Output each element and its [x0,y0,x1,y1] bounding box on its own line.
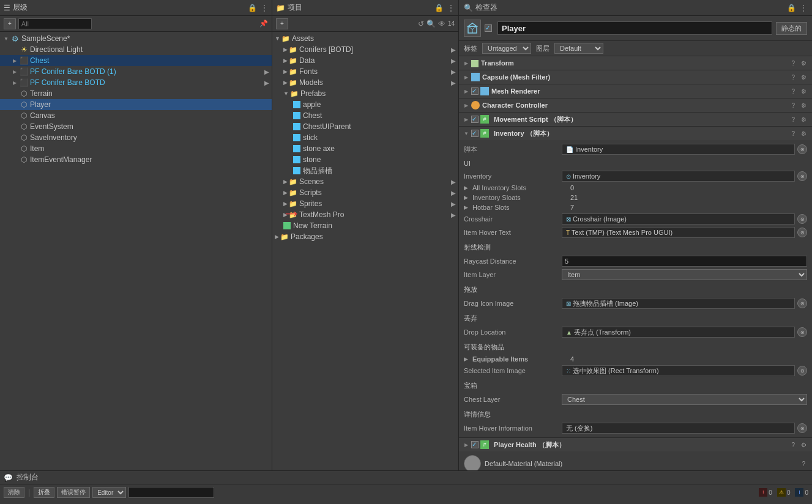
item-layer-dropdown[interactable]: Item [562,269,807,280]
all-inventory-slots-row[interactable]: ▶ All Inventory Slots 0 [464,183,807,193]
inventory-sloats-row[interactable]: ▶ Inventory Sloats 21 [464,193,807,202]
project-item-scenes[interactable]: ▶ 📁 Scenes ▶ [272,176,458,187]
script-circle-button[interactable]: ⊙ [797,144,807,154]
hierarchy-item-canvas[interactable]: ⬡ Canvas [0,110,272,121]
item-hover-info-circle-button[interactable]: ⊙ [797,423,807,433]
hierarchy-item-pf-conifer[interactable]: ▶ ⬛ PF Conifer Bare BOTD ▶ [0,77,272,88]
help-icon[interactable]: ? [789,102,797,109]
inventory-ref[interactable]: ⊙ Inventory [562,171,795,182]
project-item-data[interactable]: ▶ 📁 Data ▶ [272,55,458,66]
collapse-button[interactable]: 折叠 [34,487,54,498]
item-hover-text-circle-button[interactable]: ⊙ [797,228,807,237]
help-icon[interactable]: ? [789,130,797,138]
hierarchy-item-pf-conifer-1[interactable]: ▶ ⬛ PF Conifer Bare BOTD (1) ▶ [0,66,272,77]
component-capsule-header[interactable]: ▶ Capsule (Mesh Filter) ? ⚙ [459,70,812,84]
script-ref[interactable]: 📄 Inventory [562,144,795,155]
hierarchy-search-input[interactable] [18,18,92,29]
settings-icon[interactable]: ⚙ [799,130,808,138]
chest-layer-dropdown[interactable]: Chest [562,394,807,405]
go-name-input[interactable] [497,21,772,35]
inspector-lock-icon[interactable]: 🔒 [787,4,796,12]
help-icon[interactable]: ? [789,73,797,81]
project-item-wupin[interactable]: 物品插槽 [272,165,458,176]
hierarchy-item-player[interactable]: ⬡ Player [0,99,272,110]
component-mesh-renderer-header[interactable]: ▶ Mesh Renderer ? ⚙ [459,84,812,98]
layer-dropdown[interactable]: Default [554,43,603,54]
hierarchy-item-eventsystem[interactable]: ⬡ EventSystem [0,121,272,132]
item-hover-info-ref[interactable]: 无 (变换) [562,423,795,434]
project-item-models[interactable]: ▶ 📁 Models ▶ [272,77,458,88]
inventory-circle-button[interactable]: ⊙ [797,171,807,181]
equippable-items-row[interactable]: ▶ Equippable Items 4 [464,354,807,364]
drag-icon-ref[interactable]: ⊠ 拖拽物品插槽 (Image) [562,298,795,309]
player-health-enabled-checkbox[interactable] [471,441,479,448]
hierarchy-lock-icon[interactable]: 🔒 [248,4,257,12]
inspector-menu-icon[interactable]: ⋮ [800,4,807,12]
project-item-apple[interactable]: apple [272,99,458,110]
hierarchy-add-button[interactable]: + [4,18,16,29]
crosshair-ref[interactable]: ⊠ Crosshair (Image) [562,213,795,224]
hierarchy-item-samplescene[interactable]: ▼ ⚙ SampleScene* [0,33,272,44]
project-view-icon[interactable]: 👁 [438,20,445,28]
settings-icon[interactable]: ⚙ [799,116,808,124]
component-inventory-script-header[interactable]: ▼ # Inventory （脚本） ? ⚙ [459,127,812,140]
project-item-stone[interactable]: stone [272,154,458,165]
project-item-conifers[interactable]: ▶ 📁 Conifers [BOTD] ▶ [272,44,458,55]
movement-enabled-checkbox[interactable] [471,116,479,123]
project-refresh-icon[interactable]: ↺ [418,20,424,28]
drop-location-ref[interactable]: ▲ 丢弃点 (Transform) [562,327,795,338]
component-player-health-header[interactable]: ▶ # Player Health （脚本） ? ⚙ [459,438,812,451]
mesh-renderer-enabled-checkbox[interactable] [471,87,479,95]
project-item-prefabs[interactable]: ▼ 📁 Prefabs [272,88,458,99]
project-item-packages[interactable]: ▶ 📁 Packages [272,231,458,242]
project-add-button[interactable]: + [276,18,288,29]
hierarchy-item-saveinventory[interactable]: ⬡ SaveInventory [0,132,272,143]
hierarchy-item-terrain[interactable]: ⬡ Terrain [0,88,272,99]
hierarchy-pin-icon[interactable]: 📌 [259,20,268,28]
help-icon[interactable]: ? [789,116,797,124]
settings-icon[interactable]: ⚙ [799,73,808,81]
help-icon[interactable]: ? [789,59,797,67]
editor-mode-dropdown[interactable]: Editor [92,487,126,498]
settings-icon[interactable]: ⚙ [799,87,808,95]
project-item-stick[interactable]: stick [272,132,458,143]
project-item-assets[interactable]: ▼ 📁 Assets [272,33,458,44]
hotbar-slots-row[interactable]: ▶ Hotbar Slots 7 [464,202,807,212]
inventory-enabled-checkbox[interactable] [471,130,479,137]
help-icon[interactable]: ? [789,441,797,449]
hierarchy-menu-icon[interactable]: ⋮ [261,4,268,12]
project-item-chest[interactable]: Chest [272,110,458,121]
settings-icon[interactable]: ⚙ [799,441,808,449]
selected-item-circle-button[interactable]: ⊙ [797,366,807,376]
pause-on-error-button[interactable]: 错误暂停 [57,487,90,498]
component-char-controller-header[interactable]: ▶ Character Controller ? ⚙ [459,98,812,112]
drag-icon-circle-button[interactable]: ⊙ [797,298,807,308]
go-static-button[interactable]: 静态的 [776,22,807,35]
component-movement-script-header[interactable]: ▶ # Movement Script （脚本） ? ⚙ [459,113,812,126]
tag-dropdown[interactable]: Untagged [482,43,531,54]
item-hover-text-ref[interactable]: T Text (TMP) (Text Mesh Pro UGUI) [562,227,795,238]
hierarchy-item-directional-light[interactable]: ☀ Directional Light [0,44,272,55]
hierarchy-item-item[interactable]: ⬡ Item [0,143,272,154]
clear-button[interactable]: 清除 [4,487,24,498]
project-item-fonts[interactable]: ▶ 📁 Fonts ▶ [272,66,458,77]
settings-icon[interactable]: ⚙ [799,59,808,67]
project-item-stoneaxe[interactable]: stone axe [272,143,458,154]
raycast-distance-input[interactable] [562,256,807,267]
component-transform-header[interactable]: ▶ Transform ? ⚙ [459,56,812,70]
hierarchy-item-itemeventmanager[interactable]: ⬡ ItemEventManager [0,154,272,165]
go-enabled-checkbox[interactable] [485,24,492,32]
project-search-icon[interactable]: 🔍 [426,20,436,28]
project-lock-icon[interactable]: 🔒 [434,4,444,12]
hierarchy-item-chest[interactable]: ▶ ⬛ Chest [0,55,272,66]
crosshair-circle-button[interactable]: ⊙ [797,214,807,224]
project-menu-icon[interactable]: ⋮ [447,4,455,12]
material-help-icon[interactable]: ? [800,460,807,468]
console-search-input[interactable] [129,487,214,498]
help-icon[interactable]: ? [789,87,797,95]
drop-location-circle-button[interactable]: ⊙ [797,327,807,337]
project-item-scripts[interactable]: ▶ 📁 Scripts ▶ [272,187,458,198]
selected-item-ref[interactable]: ⁙ 选中效果图 (Rect Transform) [562,365,795,376]
project-item-chestuiparent[interactable]: ChestUIParent [272,121,458,132]
settings-icon[interactable]: ⚙ [799,102,808,109]
